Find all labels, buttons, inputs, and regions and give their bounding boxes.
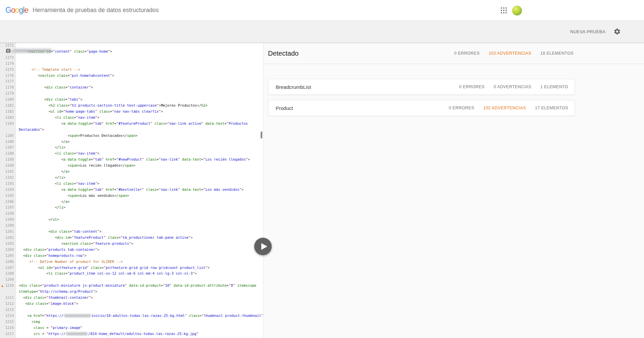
- line-number: 1182: [0, 109, 16, 115]
- google-logo[interactable]: Google: [5, 6, 28, 15]
- card-warnings: 102 ADVERTENCIAS: [483, 106, 526, 110]
- code-text: </a>: [16, 199, 263, 205]
- line-number: 1199: [0, 217, 16, 223]
- detected-type-name: BreadcrumbList: [276, 84, 311, 90]
- line-number: 1198: [0, 211, 16, 217]
- code-text: </a>: [16, 169, 263, 175]
- summary-elements: 18 ELEMENTOS: [540, 51, 574, 56]
- detected-type-name: Product: [276, 105, 293, 111]
- code-line: 1184 <a data-toggle="tab" href="#feature…: [0, 121, 263, 127]
- line-number: 1173: [0, 55, 16, 61]
- warning-marker-icon[interactable]: ▲: [1, 283, 3, 289]
- code-text: </li>: [16, 175, 263, 181]
- line-number: 1205: [0, 253, 16, 259]
- line-number: 1179: [0, 91, 16, 97]
- code-text: </li>: [16, 145, 263, 151]
- logo-letter: g: [19, 6, 23, 14]
- code-line: 1199 </ul>: [0, 217, 263, 223]
- code-line: 1177: [0, 78, 263, 84]
- code-text: <h2 class="h1 products-section-title tex…: [16, 103, 263, 109]
- code-line: 1185 <span>Productos Destacados</span>: [0, 133, 263, 139]
- line-number: 1187: [0, 145, 16, 151]
- code-text: <div class="product-miniature js-product…: [16, 283, 263, 289]
- code-line: 1189 <a data-toggle="tab" href="#newProd…: [0, 157, 263, 163]
- detected-type-card[interactable]: BreadcrumbList0 ERRORES0 ADVERTENCIAS1 E…: [268, 79, 575, 95]
- card-elements: 17 ELEMENTOS: [535, 106, 568, 110]
- line-number: 1188: [0, 151, 16, 157]
- code-line: 1202 <div id="featureProduct" class="tm_…: [0, 235, 263, 241]
- code-text: <li class="nav-item">: [16, 151, 263, 157]
- code-text: [16, 307, 263, 313]
- logo-letter: o: [11, 6, 15, 14]
- code-text: <div id="featureProduct" class="tm_produ…: [16, 235, 263, 241]
- code-line: 1173: [0, 55, 263, 61]
- line-number: [0, 127, 16, 133]
- code-text: <img: [16, 319, 263, 325]
- code-line: 1193 <li class="nav-item">: [0, 181, 263, 187]
- code-line: 1183 <li class="nav-item">: [0, 115, 263, 121]
- code-line: 1181 <h2 class="h1 products-section-titl…: [0, 103, 263, 109]
- line-number: 1216: [0, 325, 16, 331]
- header-actions: [501, 0, 522, 21]
- card-stats: 0 ERRORES0 ADVERTENCIAS1 ELEMENTO: [459, 84, 568, 89]
- line-number: 1212: [0, 301, 16, 307]
- line-number: 1184: [0, 121, 16, 127]
- page-title: Herramienta de pruebas de datos estructu…: [33, 7, 159, 14]
- results-panel: Detectado 0 ERRORES 102 ADVERTENCIAS 18 …: [263, 43, 644, 338]
- code-line: 1204 <div class="products tab-container"…: [0, 247, 263, 253]
- code-line: 1214 <a href="https://inicio/10-adultos-…: [0, 313, 263, 319]
- settings-gear-icon[interactable]: [613, 28, 621, 35]
- code-line: 1201 <div class="tab-content">: [0, 229, 263, 235]
- code-line: 1197 </li>: [0, 205, 263, 211]
- code-line: 1188 <li class="nav-item">: [0, 151, 263, 157]
- line-number: 1183: [0, 115, 16, 121]
- avatar[interactable]: [512, 6, 522, 15]
- code-line: 1192 </li>: [0, 175, 263, 181]
- app-header: Google Herramienta de pruebas de datos e…: [0, 0, 644, 21]
- line-number: 1207: [0, 265, 16, 271]
- code-line: 1215 <img: [0, 319, 263, 325]
- code-line: 1175 <!-- Template start -->: [0, 67, 263, 73]
- code-line: 1211 <div class="thumbnail-container">: [0, 295, 263, 301]
- code-text: [16, 91, 263, 97]
- code-text: </li>: [16, 205, 263, 211]
- tested-url-redacted[interactable]: [14, 49, 52, 53]
- code-text: <ul id="home-page-tabs" class="nav nav-t…: [16, 109, 263, 115]
- code-line: 1212 <div class="image-block">: [0, 301, 263, 307]
- code-text: [16, 277, 263, 283]
- code-line: 1176 <section class="pst-hometabcontent"…: [0, 73, 263, 79]
- code-text: <div class="image-block">: [16, 301, 263, 307]
- line-number: 1180: [0, 97, 16, 103]
- code-text: <div class="tabs">: [16, 97, 263, 103]
- code-lines: 11711172 <section id="content" class="pa…: [0, 43, 263, 337]
- line-number: 1200: [0, 223, 16, 229]
- card-warnings: 0 ADVERTENCIAS: [494, 84, 531, 89]
- code-line: Destacados">: [0, 127, 263, 133]
- detected-type-card[interactable]: Product0 ERRORES102 ADVERTENCIAS17 ELEME…: [268, 100, 575, 116]
- apps-grid-icon[interactable]: [501, 7, 507, 13]
- code-line: 1206 <!-- Define Number of product for S…: [0, 259, 263, 265]
- code-text: <li class="product_item col-xs-12 col-sm…: [16, 271, 263, 277]
- new-test-button[interactable]: NUEVA PRUEBA: [570, 29, 605, 34]
- line-number: 1214: [0, 313, 16, 319]
- line-number: 1190: [0, 163, 16, 169]
- line-number: 1196: [0, 199, 16, 205]
- detected-title: Detectado: [268, 43, 299, 64]
- code-text: <section class="pst-hometabcontent">: [16, 73, 263, 79]
- code-line: 1191 </a>: [0, 169, 263, 175]
- code-text: <ul id="pstfeature-grid" class="pstfeatu…: [16, 265, 263, 271]
- run-validation-button[interactable]: [254, 238, 272, 255]
- code-line: 1196 </a>: [0, 199, 263, 205]
- code-scrollbar-thumb[interactable]: [261, 131, 262, 138]
- line-number: 1217: [0, 331, 16, 337]
- code-text: <div class="thumbnail-container">: [16, 295, 263, 301]
- code-text: <!-- Template start -->: [16, 67, 263, 73]
- code-line: 1209: [0, 277, 263, 283]
- line-number: 1209: [0, 277, 16, 283]
- line-number: 1194: [0, 187, 16, 193]
- code-line: ▲1210<div class="product-miniature js-pr…: [0, 283, 263, 289]
- line-number: 1177: [0, 78, 16, 84]
- code-text: Destacados">: [16, 127, 263, 133]
- line-number: 1211: [0, 295, 16, 301]
- code-panel[interactable]: 11711172 <section id="content" class="pa…: [0, 43, 263, 338]
